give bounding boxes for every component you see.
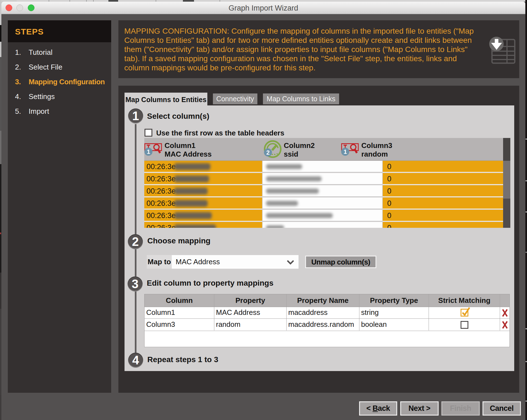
svg-text:1: 1 xyxy=(147,148,150,155)
svg-text:1: 1 xyxy=(344,148,347,155)
svg-text:2: 2 xyxy=(266,149,270,156)
